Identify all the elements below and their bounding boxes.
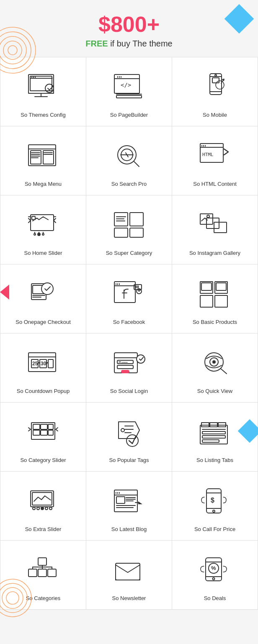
svg-point-131 — [33, 507, 35, 510]
svg-point-107 — [137, 355, 145, 363]
svg-rect-112 — [31, 423, 55, 439]
module-item-category-slider: So Category Slider — [0, 403, 86, 472]
modules-grid: So Themes Config </> So PageBuilder So M… — [0, 57, 258, 610]
basic-products-icon — [196, 275, 234, 313]
svg-rect-121 — [200, 425, 227, 444]
search-pro-icon — [110, 137, 148, 175]
module-item-latest-blog: So Latest Blog — [86, 472, 172, 541]
quick-view-label: So Quick View — [197, 388, 232, 394]
module-item-super-category: So Super Category — [86, 195, 172, 264]
svg-line-45 — [134, 162, 139, 167]
html-content-label: So HTML Content — [193, 181, 237, 187]
free-word: FREE — [85, 39, 108, 48]
svg-rect-113 — [33, 424, 40, 429]
module-item-mobile: So Mobile — [172, 57, 258, 126]
svg-rect-127 — [202, 436, 225, 438]
module-item-mega-menu: So Mega Menu — [0, 126, 86, 195]
deco-arrow-left — [0, 285, 9, 300]
svg-point-151 — [213, 510, 215, 512]
module-item-newsletter: So Newsletter — [86, 541, 172, 610]
svg-point-120 — [126, 435, 138, 446]
module-item-pagebuilder: </> So PageBuilder — [86, 57, 172, 126]
category-slider-icon — [24, 413, 62, 451]
svg-rect-31 — [212, 78, 219, 83]
svg-text:25: 25 — [32, 361, 38, 367]
svg-rect-89 — [200, 295, 213, 307]
svg-rect-26 — [116, 95, 142, 98]
listing-tabs-label: So Listing Tabs — [196, 457, 233, 463]
svg-rect-92 — [216, 283, 226, 290]
svg-rect-116 — [33, 430, 40, 435]
header: $800+ FREE if buy The theme — [0, 0, 258, 57]
themes-config-label: So Themes Config — [21, 112, 65, 118]
popular-tags-label: So Popular Tags — [109, 457, 149, 463]
module-item-facebook: So Facebook — [86, 264, 172, 334]
onepage-checkout-label: So Onepage Checkout — [15, 319, 71, 325]
svg-rect-141 — [116, 497, 125, 503]
pagebuilder-icon: </> — [110, 68, 148, 106]
svg-point-5 — [0, 579, 31, 617]
svg-point-79 — [41, 283, 53, 295]
svg-rect-161 — [116, 563, 140, 580]
home-slider-icon — [24, 206, 62, 244]
svg-point-134 — [45, 507, 48, 510]
svg-rect-66 — [114, 228, 128, 237]
call-for-price-label: So Call For Price — [194, 526, 235, 532]
extra-slider-icon — [24, 482, 62, 520]
mega-menu-icon — [24, 137, 62, 175]
svg-rect-90 — [215, 295, 227, 307]
svg-rect-114 — [41, 424, 47, 429]
svg-point-60 — [38, 233, 40, 236]
instagram-gallery-label: So Instagram Gallery — [189, 250, 240, 256]
module-item-social-login: •••••• So Social Login — [86, 334, 172, 403]
svg-text:HTML: HTML — [202, 152, 214, 157]
module-item-instagram-gallery: So Instagram Gallery — [172, 195, 258, 264]
mega-menu-label: So Mega Menu — [25, 181, 62, 187]
svg-text:••••••: •••••• — [121, 360, 128, 363]
svg-rect-155 — [38, 569, 46, 577]
super-category-icon — [110, 206, 148, 244]
newsletter-label: So Newsletter — [112, 595, 146, 601]
svg-line-111 — [221, 369, 227, 374]
svg-point-119 — [121, 428, 124, 432]
module-item-extra-slider: So Extra Slider — [0, 472, 86, 541]
html-content-icon: HTML — [196, 137, 234, 175]
svg-point-133 — [41, 507, 44, 510]
module-item-deals: % So Deals — [172, 541, 258, 610]
mobile-label: So Mobile — [203, 112, 227, 118]
svg-rect-87 — [200, 282, 213, 293]
pagebuilder-label: So PageBuilder — [110, 112, 148, 118]
svg-rect-153 — [38, 558, 46, 565]
basic-products-label: So Basic Products — [193, 319, 237, 325]
svg-point-8 — [6, 592, 19, 604]
onepage-checkout-icon — [24, 275, 62, 313]
svg-rect-126 — [202, 431, 225, 434]
deco-circles-bottom — [0, 577, 34, 619]
svg-rect-33 — [28, 145, 56, 166]
module-item-html-content: HTML So HTML Content — [172, 126, 258, 195]
svg-rect-91 — [201, 283, 212, 290]
social-login-icon: •••••• — [110, 344, 148, 382]
svg-point-110 — [212, 360, 216, 364]
svg-rect-117 — [41, 430, 47, 435]
svg-rect-115 — [48, 424, 53, 429]
countdown-popup-label: So Countdown Popup — [17, 388, 70, 394]
svg-rect-156 — [48, 569, 56, 577]
svg-rect-67 — [130, 228, 143, 237]
mobile-icon — [196, 68, 234, 106]
module-item-call-for-price: $ So Call For Price — [172, 472, 258, 541]
svg-point-62 — [34, 233, 36, 235]
facebook-icon — [110, 275, 148, 313]
popular-tags-icon — [110, 413, 148, 451]
extra-slider-label: So Extra Slider — [25, 526, 62, 532]
call-for-price-icon: $ — [196, 482, 234, 520]
module-item-home-slider: So Home Slider — [0, 195, 86, 264]
svg-point-132 — [37, 507, 39, 510]
svg-text:%: % — [211, 565, 216, 571]
svg-point-61 — [42, 233, 44, 235]
module-item-onepage-checkout: So Onepage Checkout — [0, 264, 86, 334]
latest-blog-label: So Latest Blog — [111, 526, 147, 532]
svg-rect-154 — [28, 569, 37, 577]
super-category-label: So Super Category — [106, 250, 152, 256]
deals-icon: % — [196, 552, 234, 589]
